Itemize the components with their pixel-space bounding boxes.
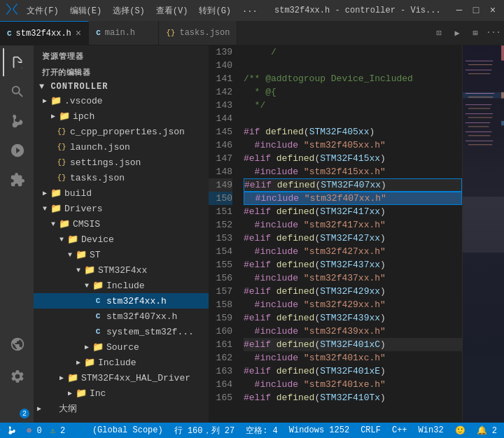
tree-item-cmsis[interactable]: ▼ 📁 CMSIS (34, 216, 209, 232)
item-label: Include (98, 358, 136, 368)
tab-stm32f4xx[interactable]: C stm32f4xx.h × (0, 21, 89, 45)
collapse-arrow: ▼ (56, 236, 67, 243)
menu-select[interactable]: 选择(S) (108, 3, 149, 18)
scope-status[interactable]: (Global Scope) (91, 425, 164, 435)
folder-icon: 📁 (76, 249, 87, 260)
collapse-arrow: ▼ (39, 205, 50, 213)
close-button[interactable]: × (487, 5, 498, 16)
tree-item-source[interactable]: ▶ 📁 Source (34, 339, 209, 355)
source-control-status[interactable] (6, 425, 20, 435)
tab-tasks-json[interactable]: {} tasks.json (159, 21, 237, 45)
minimap[interactable] (462, 45, 504, 423)
tree-item-drivers[interactable]: ▼ 📁 Drivers (34, 201, 209, 216)
menu-view[interactable]: 查看(V) (152, 3, 192, 18)
item-label: stm32f407xx.h (106, 311, 177, 322)
app-icon (6, 3, 18, 19)
tree-item-stm32f4xx-folder[interactable]: ▼ 📁 STM32F4xx (34, 262, 209, 278)
remote-icon[interactable] (3, 330, 31, 358)
split-editor-button[interactable]: ⊡ (431, 25, 447, 41)
tree-item-build[interactable]: ▶ 📁 build (34, 185, 209, 201)
code-line-164: #include "stm32f401xe.h" (244, 378, 462, 391)
tree-item-device[interactable]: ▼ 📁 Device (34, 232, 209, 247)
c-file-icon: C (7, 29, 12, 38)
tree-item-launch[interactable]: {} launch.json (34, 139, 209, 155)
code-line-150: #include "stm32f407xx.h" (244, 192, 462, 205)
notification-bell[interactable]: 🔔 2 (475, 425, 498, 436)
language-status[interactable]: C++ (391, 425, 409, 435)
code-line-157: #elif defined(STM32F429xx) (244, 285, 462, 298)
extensions-icon[interactable] (3, 166, 31, 194)
item-label: c_cpp_properties.json (70, 127, 185, 137)
tree-item-stm32f4xx-h[interactable]: C stm32f4xx.h (34, 293, 209, 309)
menu-file[interactable]: 文件(F) (22, 3, 63, 18)
settings-icon[interactable] (3, 362, 31, 390)
smiley-icon[interactable]: 🙂 (454, 425, 467, 436)
tree-item-st[interactable]: ▼ 📁 ST (34, 247, 209, 262)
svg-rect-0 (465, 61, 493, 62)
search-icon[interactable] (3, 78, 31, 106)
item-label: STM32F4xx (98, 265, 147, 276)
controller-label[interactable]: ▼ CONTROLLER (34, 79, 209, 93)
code-line-165: #elif defined(STM32F410Tx) (244, 391, 462, 404)
cursor-position[interactable]: 行 160，列 27 (173, 425, 236, 437)
c-file-icon: C (92, 297, 104, 305)
tree-item-settings[interactable]: {} settings.json (34, 155, 209, 170)
open-editors-label[interactable]: 打开的编辑器 (34, 64, 209, 79)
tree-item-tasks[interactable]: {} tasks.json (34, 170, 209, 185)
tab-close-button[interactable]: × (76, 29, 81, 38)
tree-item-ipch[interactable]: ▶ 📁 ipch (34, 108, 209, 124)
tree-item-include2[interactable]: ▶ 📁 Include (34, 355, 209, 370)
tree-item-hal-driver[interactable]: ▶ 📁 STM32F4xx_HAL_Driver (34, 370, 209, 386)
folder-icon: 📁 (67, 372, 78, 383)
main-area: 2 资源管理器 打开的编辑器 ▼ CONTROLLER ▶ 📁 .vscode … (0, 45, 504, 423)
folder-icon: 📁 (59, 111, 70, 122)
run-button[interactable]: ▶ (449, 25, 465, 41)
run-debug-icon[interactable] (3, 136, 31, 164)
window-controls: ─ □ × (454, 5, 498, 16)
eol-status[interactable]: CRLF (359, 425, 382, 435)
collapse-arrow: ▶ (81, 343, 92, 351)
item-label: 大纲 (59, 402, 77, 415)
svg-rect-17 (501, 45, 504, 61)
code-line-141: /** @addtogroup Device_Included (244, 72, 462, 85)
menu-edit[interactable]: 编辑(E) (66, 3, 106, 18)
spaces-status[interactable]: 空格: 4 (244, 425, 279, 437)
tree-item-system-stm32f[interactable]: C system_stm32f... (34, 324, 209, 339)
svg-rect-8 (468, 108, 490, 108)
tree-item-outline[interactable]: ▶ 大纲 (34, 401, 209, 416)
tree-item-include-folder[interactable]: ▼ 📁 Include (34, 278, 209, 293)
activity-bar: 2 (0, 45, 34, 423)
explorer-icon[interactable] (3, 48, 31, 76)
collapse-arrow: ▶ (73, 358, 84, 367)
minimize-button[interactable]: ─ (454, 5, 465, 16)
json-icon: {} (56, 158, 67, 167)
tree-item-stm32f407xx-h[interactable]: C stm32f407xx.h (34, 309, 209, 324)
source-control-icon[interactable] (3, 107, 31, 135)
editor-layout-button[interactable]: ⊞ (468, 25, 483, 41)
collapse-arrow: ▶ (39, 189, 50, 197)
svg-rect-5 (465, 93, 494, 94)
tree-item-cpp-props[interactable]: {} c_cpp_properties.json (34, 124, 209, 139)
menu-goto[interactable]: 转到(G) (195, 3, 235, 18)
more-actions-button[interactable]: ··· (486, 25, 501, 41)
platform-status[interactable]: Win32 (417, 425, 445, 435)
errors-status[interactable]: ⊗ 0 (25, 425, 43, 436)
encoding-status[interactable]: Windows 1252 (288, 425, 351, 435)
tab-actions: ⊡ ▶ ⊞ ··· (428, 21, 504, 45)
tree-item-inc[interactable]: ▶ 📁 Inc (34, 386, 209, 401)
error-count: 0 (36, 426, 41, 436)
menu-more[interactable]: ... (238, 3, 262, 18)
maximize-button[interactable]: □ (470, 5, 482, 16)
item-label: ipch (73, 111, 94, 122)
svg-rect-12 (468, 126, 489, 127)
code-line-163: #elif defined(STM32F401xE) (244, 365, 462, 378)
warnings-status[interactable]: ⚠ 2 (49, 425, 67, 436)
code-line-152: #include "stm32f417xx.h" (244, 218, 462, 232)
code-area[interactable]: / /** @addtogroup Device_Included * @{ *… (238, 45, 462, 423)
tab-mainh[interactable]: C main.h (89, 21, 159, 45)
json-icon: {} (56, 143, 67, 151)
tree-item-vscode[interactable]: ▶ 📁 .vscode (34, 93, 209, 108)
folder-icon: 📁 (59, 218, 70, 229)
notification-count: 2 (492, 426, 497, 436)
collapse-arrow: ▼ (81, 282, 92, 290)
